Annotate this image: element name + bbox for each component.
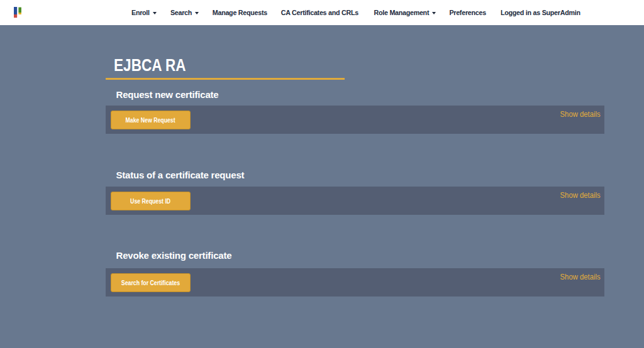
menu-item-search: Search: [163, 0, 206, 25]
menu-label-logged-in: Logged in as SuperAdmin: [501, 9, 580, 16]
show-details-link-revoke[interactable]: Show details: [560, 273, 601, 281]
page-title: EJBCA RA: [114, 57, 186, 74]
section-heading-request-new-certificate: Request new certificate: [116, 90, 219, 99]
menu-item-role-management: Role Management: [367, 0, 444, 25]
menu-item-enroll: Enroll: [124, 0, 164, 25]
make-new-request-button[interactable]: Make New Request: [111, 111, 191, 129]
top-navbar: Enroll Search Manage Requests CA Certifi…: [0, 0, 644, 25]
page-title-underline: [106, 78, 345, 80]
menu-link-role-management[interactable]: Role Management: [367, 0, 444, 25]
menu-item-ca-certificates: CA Certificates and CRLs: [274, 0, 366, 25]
menu-link-manage-requests[interactable]: Manage Requests: [205, 0, 275, 25]
section-heading-status-of-request: Status of a certificate request: [116, 170, 245, 180]
menu-link-preferences[interactable]: Preferences: [441, 0, 493, 25]
menu-link-logged-in[interactable]: Logged in as SuperAdmin: [493, 0, 588, 25]
panel-status-of-request: Use Request ID Show details: [106, 187, 604, 215]
menu-label-manage-requests: Manage Requests: [213, 9, 267, 16]
chevron-down-icon: [153, 12, 157, 14]
menu-item-logged-in: Logged in as SuperAdmin: [493, 0, 588, 25]
menu-label-search: Search: [170, 9, 192, 16]
chevron-down-icon: [432, 12, 436, 14]
menu-label-role-management: Role Management: [374, 9, 430, 16]
primekey-logo-icon: [14, 7, 22, 18]
menu-link-search[interactable]: Search: [163, 0, 206, 25]
section-heading-revoke-certificate: Revoke existing certificate: [116, 251, 232, 260]
panel-revoke-certificate: Search for Certificates Show details: [106, 268, 604, 296]
menu-item-manage-requests: Manage Requests: [205, 0, 275, 25]
show-details-link-request[interactable]: Show details: [560, 111, 601, 118]
menu-label-ca-certificates: CA Certificates and CRLs: [281, 9, 358, 16]
make-new-request-button-label: Make New Request: [126, 117, 175, 124]
menu-item-preferences: Preferences: [441, 0, 493, 25]
chevron-down-icon: [195, 12, 199, 14]
menu-link-enroll[interactable]: Enroll: [124, 0, 164, 25]
menu-label-enroll: Enroll: [131, 9, 150, 16]
show-details-link-status[interactable]: Show details: [560, 192, 601, 199]
use-request-id-button-label: Use Request ID: [130, 198, 170, 205]
panel-request-new-certificate: Make New Request Show details: [106, 106, 604, 134]
use-request-id-button[interactable]: Use Request ID: [111, 192, 191, 210]
menu-link-ca-certificates[interactable]: CA Certificates and CRLs: [274, 0, 366, 25]
search-for-certificates-button[interactable]: Search for Certificates: [111, 273, 191, 292]
menu-label-preferences: Preferences: [449, 9, 486, 16]
primekey-logo[interactable]: [14, 7, 22, 18]
search-for-certificates-button-label: Search for Certificates: [121, 280, 180, 286]
